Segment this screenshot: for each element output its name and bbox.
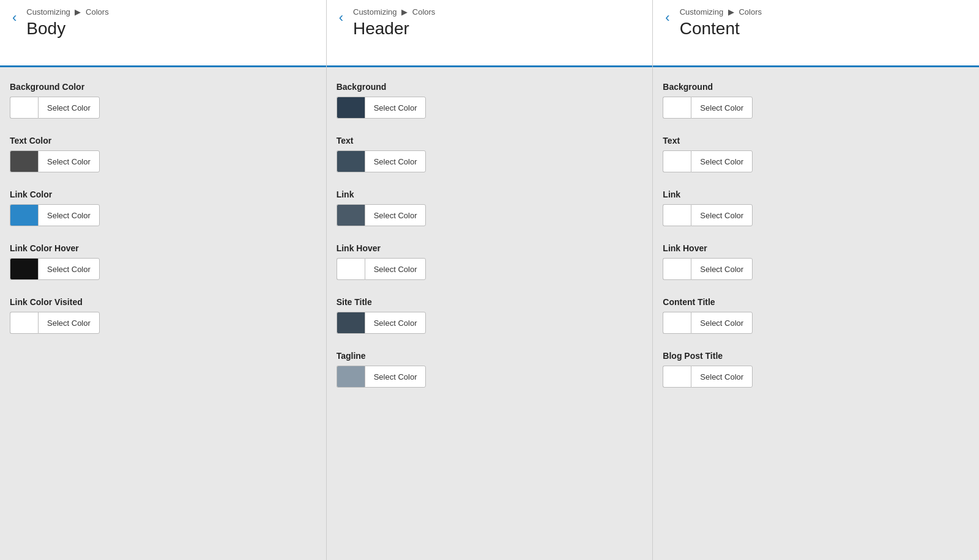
- back-button-body[interactable]: ‹: [10, 11, 19, 24]
- color-label-header-3: Link Hover: [337, 243, 643, 253]
- panel-body: ‹Customizing ▶ ColorsBodyBackground Colo…: [0, 0, 327, 560]
- select-color-button-body-2[interactable]: Select Color: [38, 204, 100, 226]
- panel-body-body: Background ColorSelect ColorText ColorSe…: [0, 67, 326, 560]
- color-field-header-5: TaglineSelect Color: [337, 351, 643, 388]
- color-field-header-4: Site TitleSelect Color: [337, 297, 643, 334]
- color-field-body-4: Link Color VisitedSelect Color: [10, 297, 316, 334]
- color-label-header-4: Site Title: [337, 297, 643, 307]
- color-field-content-4: Content TitleSelect Color: [663, 297, 969, 334]
- color-label-content-4: Content Title: [663, 297, 969, 307]
- color-swatch-content-0[interactable]: [663, 97, 691, 119]
- select-color-button-header-5[interactable]: Select Color: [365, 366, 426, 388]
- select-color-button-content-1[interactable]: Select Color: [691, 150, 753, 172]
- select-color-button-header-0[interactable]: Select Color: [365, 97, 426, 119]
- panel-header-body: ‹Customizing ▶ ColorsBody: [0, 0, 326, 67]
- color-field-body-1: Text ColorSelect Color: [10, 136, 316, 172]
- select-color-button-content-5[interactable]: Select Color: [691, 366, 753, 388]
- panel-title-body: Body: [26, 19, 108, 39]
- color-field-content-3: Link HoverSelect Color: [663, 243, 969, 280]
- color-label-body-2: Link Color: [10, 190, 316, 199]
- color-swatch-header-0[interactable]: [337, 97, 365, 119]
- color-swatch-header-5[interactable]: [337, 366, 365, 388]
- color-label-content-3: Link Hover: [663, 243, 969, 253]
- color-label-body-3: Link Color Hover: [10, 243, 316, 253]
- color-field-header-2: LinkSelect Color: [337, 190, 643, 226]
- color-field-body-3: Link Color HoverSelect Color: [10, 243, 316, 280]
- color-swatch-content-5[interactable]: [663, 366, 691, 388]
- panel-title-header: Header: [353, 19, 435, 39]
- color-swatch-body-0[interactable]: [10, 97, 38, 119]
- color-field-content-0: BackgroundSelect Color: [663, 82, 969, 119]
- breadcrumb-header: Customizing ▶ Colors: [353, 7, 435, 17]
- color-swatch-content-2[interactable]: [663, 204, 691, 226]
- color-swatch-content-4[interactable]: [663, 312, 691, 334]
- select-color-button-content-4[interactable]: Select Color: [691, 312, 753, 334]
- color-field-header-3: Link HoverSelect Color: [337, 243, 643, 280]
- color-swatch-body-2[interactable]: [10, 204, 38, 226]
- select-color-button-header-3[interactable]: Select Color: [365, 258, 426, 280]
- breadcrumb-body: Customizing ▶ Colors: [26, 7, 108, 17]
- panel-body-header: BackgroundSelect ColorTextSelect ColorLi…: [327, 67, 653, 560]
- select-color-button-body-1[interactable]: Select Color: [38, 150, 100, 172]
- color-swatch-header-4[interactable]: [337, 312, 365, 334]
- color-swatch-body-1[interactable]: [10, 150, 38, 172]
- color-label-body-0: Background Color: [10, 82, 316, 92]
- color-label-body-4: Link Color Visited: [10, 297, 316, 307]
- select-color-button-header-1[interactable]: Select Color: [365, 150, 426, 172]
- color-label-content-1: Text: [663, 136, 969, 146]
- color-field-header-0: BackgroundSelect Color: [337, 82, 643, 119]
- color-field-content-2: LinkSelect Color: [663, 190, 969, 226]
- color-label-content-2: Link: [663, 190, 969, 199]
- color-label-content-0: Background: [663, 82, 969, 92]
- back-button-content[interactable]: ‹: [663, 11, 672, 24]
- color-field-body-0: Background ColorSelect Color: [10, 82, 316, 119]
- color-label-header-1: Text: [337, 136, 643, 146]
- color-field-header-1: TextSelect Color: [337, 136, 643, 172]
- color-swatch-header-3[interactable]: [337, 258, 365, 280]
- back-button-header[interactable]: ‹: [337, 11, 346, 24]
- color-label-header-0: Background: [337, 82, 643, 92]
- color-swatch-header-1[interactable]: [337, 150, 365, 172]
- select-color-button-header-2[interactable]: Select Color: [365, 204, 426, 226]
- select-color-button-content-3[interactable]: Select Color: [691, 258, 753, 280]
- color-field-content-1: TextSelect Color: [663, 136, 969, 172]
- color-swatch-content-1[interactable]: [663, 150, 691, 172]
- panel-header-header: ‹Customizing ▶ ColorsHeader: [327, 0, 653, 67]
- color-swatch-content-3[interactable]: [663, 258, 691, 280]
- panel-header-content: ‹Customizing ▶ ColorsContent: [653, 0, 979, 67]
- color-field-content-5: Blog Post TitleSelect Color: [663, 351, 969, 388]
- panel-body-content: BackgroundSelect ColorTextSelect ColorLi…: [653, 67, 979, 560]
- color-label-body-1: Text Color: [10, 136, 316, 146]
- panel-header: ‹Customizing ▶ ColorsHeaderBackgroundSel…: [327, 0, 653, 560]
- color-label-content-5: Blog Post Title: [663, 351, 969, 361]
- breadcrumb-content: Customizing ▶ Colors: [680, 7, 762, 17]
- panel-title-content: Content: [680, 19, 762, 39]
- color-label-header-5: Tagline: [337, 351, 643, 361]
- select-color-button-body-0[interactable]: Select Color: [38, 97, 100, 119]
- select-color-button-header-4[interactable]: Select Color: [365, 312, 426, 334]
- color-swatch-body-4[interactable]: [10, 312, 38, 334]
- select-color-button-body-3[interactable]: Select Color: [38, 258, 100, 280]
- page-wrapper: ‹Customizing ▶ ColorsBodyBackground Colo…: [0, 0, 979, 560]
- panel-content: ‹Customizing ▶ ColorsContentBackgroundSe…: [653, 0, 979, 560]
- select-color-button-content-0[interactable]: Select Color: [691, 97, 753, 119]
- color-label-header-2: Link: [337, 190, 643, 199]
- select-color-button-body-4[interactable]: Select Color: [38, 312, 100, 334]
- color-swatch-header-2[interactable]: [337, 204, 365, 226]
- select-color-button-content-2[interactable]: Select Color: [691, 204, 753, 226]
- color-swatch-body-3[interactable]: [10, 258, 38, 280]
- color-field-body-2: Link ColorSelect Color: [10, 190, 316, 226]
